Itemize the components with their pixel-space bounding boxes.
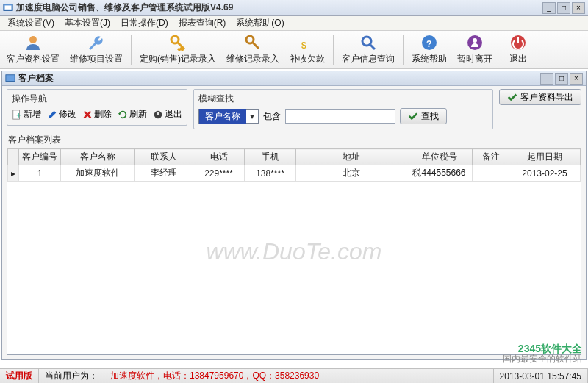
tool-collect-debt[interactable]: $ 补收欠款 xyxy=(284,32,330,68)
pencil-icon xyxy=(47,110,57,120)
cell-addr: 北京 xyxy=(296,165,406,182)
cell-tax: 税444555666 xyxy=(406,165,473,182)
toolbar-separator xyxy=(333,35,334,65)
op-edit[interactable]: 修改 xyxy=(47,108,76,121)
col-tel[interactable]: 电话 xyxy=(193,149,245,165)
check-icon xyxy=(408,111,418,121)
col-contact[interactable]: 联系人 xyxy=(135,149,193,165)
main-toolbar: 客户资料设置 维修项目设置 定购(销售)记录录入 维修记录录入 $ 补收欠款 客… xyxy=(0,31,588,69)
chevron-down-icon[interactable]: ▾ xyxy=(246,111,258,121)
page-plus-icon: ＋ xyxy=(12,110,22,120)
ops-group: 操作导航 ＋新增 修改 删除 刷新 退出 xyxy=(7,89,187,126)
list-label: 客户档案列表 xyxy=(2,132,586,148)
menu-basic-settings[interactable]: 基本设置(J) xyxy=(60,15,115,31)
svg-text:?: ? xyxy=(426,39,431,49)
close-button[interactable]: × xyxy=(572,2,585,14)
watermark-text: www.DuoTe.com xyxy=(207,238,382,265)
exit-small-icon xyxy=(153,110,163,120)
search-button[interactable]: 查找 xyxy=(400,108,447,124)
col-tax[interactable]: 单位税号 xyxy=(406,149,473,165)
cell-note xyxy=(473,165,509,182)
maximize-button[interactable]: □ xyxy=(557,2,570,14)
customer-archive-window: 客户档案 _ □ × 操作导航 ＋新增 修改 删除 刷新 退出 模糊查找 客户名… xyxy=(1,71,587,360)
tool-system-help[interactable]: ? 系统帮助 xyxy=(406,32,452,68)
col-mobile[interactable]: 手机 xyxy=(245,149,296,165)
tool-repair-entry[interactable]: 维修记录录入 xyxy=(221,32,284,68)
op-delete[interactable]: 删除 xyxy=(82,108,112,121)
menubar: 系统设置(V) 基本设置(J) 日常操作(D) 报表查询(R) 系统帮助(O) xyxy=(0,16,588,31)
col-addr[interactable]: 地址 xyxy=(296,149,406,165)
menu-daily-ops[interactable]: 日常操作(D) xyxy=(116,15,173,31)
col-name[interactable]: 客户名称 xyxy=(61,149,135,165)
check-icon xyxy=(507,92,517,102)
svg-rect-12 xyxy=(517,37,519,43)
ops-group-label: 操作导航 xyxy=(12,93,182,105)
customer-table: 客户编号 客户名称 联系人 电话 手机 地址 单位税号 备注 起用日期 ▸ 1 … xyxy=(7,148,581,182)
app-icon xyxy=(3,3,13,13)
menu-system-settings[interactable]: 系统设置(V) xyxy=(3,15,59,31)
col-date[interactable]: 起用日期 xyxy=(509,149,581,165)
tool-repair-project-settings[interactable]: 维修项目设置 xyxy=(65,32,128,68)
export-button[interactable]: 客户资料导出 xyxy=(499,89,581,105)
col-note[interactable]: 备注 xyxy=(473,149,509,165)
contains-label: 包含 xyxy=(263,110,281,123)
window-titlebar: 加速度电脑公司销售、维修及客户管理系统试用版V4.69 _ □ × xyxy=(0,0,588,16)
cell-contact: 李经理 xyxy=(135,165,193,182)
toolbar-separator xyxy=(403,35,404,65)
exit-icon xyxy=(509,34,527,51)
cell-mobile: 138**** xyxy=(245,165,296,182)
inner-title: 客户档案 xyxy=(18,72,540,85)
x-icon xyxy=(82,110,93,120)
statusbar: 试用版 当前用户为： 加速度软件，电话：13847959670，QQ：35823… xyxy=(0,368,588,383)
inner-minimize-button[interactable]: _ xyxy=(540,73,553,85)
svg-rect-13 xyxy=(6,74,15,81)
tool-order-entry[interactable]: 定购(销售)记录录入 xyxy=(135,32,221,68)
site-logo: 2345软件大全 国内最安全的软件站 xyxy=(503,343,582,364)
tool-exit[interactable]: 退出 xyxy=(498,32,539,68)
inner-close-button[interactable]: × xyxy=(570,73,583,85)
svg-text:$: $ xyxy=(301,40,306,51)
money-icon: $ xyxy=(298,34,316,51)
window-title: 加速度电脑公司销售、维修及客户管理系统试用版V4.69 xyxy=(16,1,542,14)
tool-lock[interactable]: 暂时离开 xyxy=(452,32,498,68)
col-id[interactable]: 客户编号 xyxy=(19,149,61,165)
op-refresh[interactable]: 刷新 xyxy=(118,108,147,121)
table-row[interactable]: ▸ 1 加速度软件 李经理 229**** 138**** 北京 税444555… xyxy=(8,165,581,182)
cell-name: 加速度软件 xyxy=(61,165,135,182)
minimize-button[interactable]: _ xyxy=(542,2,556,14)
controls-row: 操作导航 ＋新增 修改 删除 刷新 退出 模糊查找 客户名称 ▾ 包含 查 xyxy=(2,86,586,132)
window-controls: _ □ × xyxy=(542,2,585,14)
lock-person-icon xyxy=(466,34,484,51)
status-user-label: 当前用户为： xyxy=(45,370,98,382)
cell-id: 1 xyxy=(19,165,61,182)
search-input[interactable] xyxy=(285,109,395,124)
search-field-combo[interactable]: 客户名称 ▾ xyxy=(198,109,259,124)
wrench-icon xyxy=(87,34,105,51)
site-brand: 2345软件大全 xyxy=(503,343,582,354)
inner-titlebar: 客户档案 _ □ × xyxy=(2,71,586,86)
refresh-icon xyxy=(118,110,128,120)
svg-point-6 xyxy=(362,37,371,46)
svg-rect-1 xyxy=(5,5,12,9)
row-indicator-header xyxy=(8,149,19,165)
inner-maximize-button[interactable]: □ xyxy=(555,73,568,85)
status-trial: 试用版 xyxy=(0,369,39,383)
search-field-value: 客户名称 xyxy=(199,109,246,124)
row-indicator-icon: ▸ xyxy=(8,165,19,182)
customer-table-wrap: 客户编号 客户名称 联系人 电话 手机 地址 单位税号 备注 起用日期 ▸ 1 … xyxy=(7,148,581,355)
tool-customer-settings[interactable]: 客户资料设置 xyxy=(1,32,65,68)
status-datetime: 2013-03-01 15:57:45 xyxy=(494,369,588,383)
status-center: 加速度软件，电话：13847959670，QQ：358236930 xyxy=(104,369,494,383)
cell-tel: 229**** xyxy=(193,165,245,182)
menu-system-help[interactable]: 系统帮助(O) xyxy=(232,15,288,31)
menu-report-query[interactable]: 报表查询(R) xyxy=(174,15,231,31)
op-add[interactable]: ＋新增 xyxy=(12,108,41,121)
site-tagline: 国内最安全的软件站 xyxy=(503,354,582,364)
tool-customer-query[interactable]: 客户信息查询 xyxy=(337,32,400,68)
key2-icon xyxy=(244,34,262,51)
cell-date: 2013-02-25 xyxy=(509,165,581,182)
help-icon: ? xyxy=(420,34,438,51)
key-icon xyxy=(169,34,187,51)
toolbar-separator xyxy=(131,35,132,65)
op-exit[interactable]: 退出 xyxy=(153,108,182,121)
